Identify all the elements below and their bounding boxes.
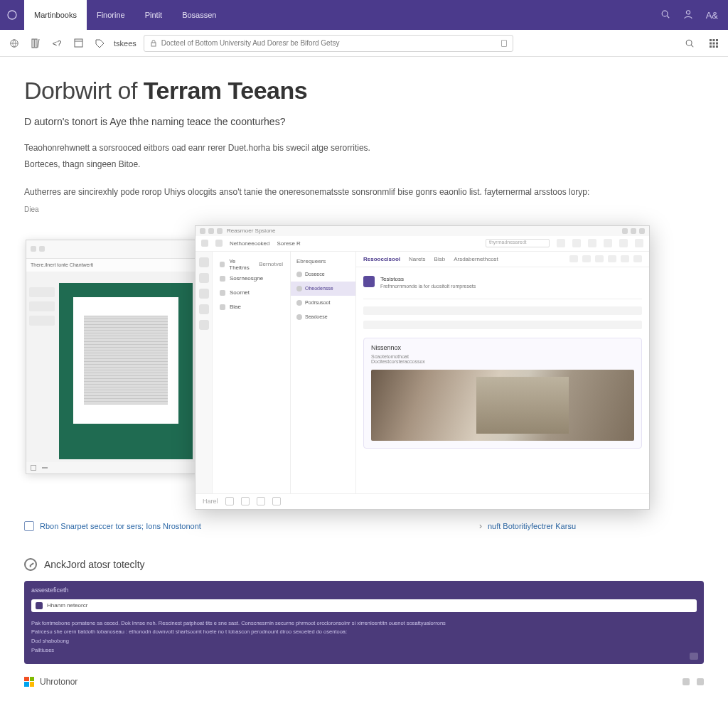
svg-rect-21 — [716, 46, 718, 48]
tag-icon[interactable] — [92, 36, 107, 50]
nav-item-2[interactable]: Soornet — [213, 286, 290, 300]
nav-item-0[interactable]: Ye TheitmsBernotvel — [213, 257, 290, 272]
under-link-left[interactable]: Rbon Snarpet seccer tor sers; Ions Nrost… — [24, 521, 201, 531]
under-link-right[interactable]: › nuft Botoritiyfectrer Karsu — [479, 521, 576, 531]
channel-item-0[interactable]: Doseece — [291, 267, 355, 282]
globe-icon[interactable] — [7, 36, 21, 50]
menu-icon[interactable]: A& — [706, 10, 718, 21]
bp-foot-icon — [31, 465, 36, 471]
address-bar[interactable]: Docteel of Bottom University Aud Doresr … — [144, 35, 513, 52]
fp-tool-icon[interactable] — [604, 239, 612, 247]
lead-text: D autorn's tonort is Aye thhe naming tea… — [24, 116, 704, 127]
channel-item-3[interactable]: Seadoese — [291, 310, 355, 324]
head-tool-icon[interactable] — [595, 255, 604, 262]
fp-win-max-icon[interactable] — [631, 228, 636, 234]
topbar-tab-3[interactable]: Bosassen — [172, 0, 226, 30]
compose-format-icon[interactable] — [225, 497, 234, 505]
rail-activity-icon[interactable] — [199, 257, 209, 267]
section-heading: AnckJord atosr toteclty — [0, 531, 728, 571]
square-icon[interactable] — [71, 36, 85, 50]
head-tool-icon[interactable] — [633, 255, 642, 262]
card-line-1: Scaotetomothoat — [371, 354, 634, 359]
user-icon[interactable] — [683, 9, 693, 21]
topbar-tab-1[interactable]: Finorine — [87, 0, 135, 30]
head-tool-icon[interactable] — [582, 255, 591, 262]
head-tool-icon[interactable] — [621, 255, 629, 262]
svg-rect-15 — [716, 39, 718, 41]
svg-point-1 — [662, 11, 668, 16]
app-logo-icon — [0, 0, 24, 30]
main-tab-1[interactable]: Narets — [409, 256, 426, 262]
dark-panel-input[interactable]: Hhanm neteorcr — [31, 599, 697, 612]
back-panel-title: There.ilnert tonte Chantwerti — [26, 259, 196, 272]
channel-item-2[interactable]: Podrsusoot — [291, 296, 355, 310]
library-icon[interactable] — [28, 36, 43, 50]
fp-tool-icon[interactable] — [635, 239, 643, 247]
channel-item-1[interactable]: Oheodensse — [291, 282, 355, 296]
dp-line-3: Palltiuses — [31, 646, 697, 655]
fp-win-min-icon[interactable] — [622, 228, 628, 234]
body-line-2: Borteces, thagn singeen Bitoe. — [24, 158, 704, 171]
fp-back-icon[interactable] — [201, 240, 208, 247]
fp-tool-icon[interactable] — [619, 239, 628, 247]
nav-item-1[interactable]: Sosrneosgne — [213, 272, 290, 286]
apps-grid-icon[interactable] — [707, 36, 721, 50]
code-icon[interactable]: <? — [50, 36, 64, 50]
fp-tool-icon[interactable] — [572, 239, 581, 247]
page-info-icon[interactable] — [501, 40, 507, 47]
clock-icon — [24, 558, 37, 571]
search-icon[interactable] — [660, 9, 670, 21]
search-page-icon[interactable] — [682, 36, 697, 50]
chevron-right-icon: › — [479, 521, 482, 531]
lock-icon — [150, 40, 157, 47]
fp-post: Tesistoss Frefnnornmonde ia for duositol… — [363, 276, 642, 289]
dark-panel-header: assesteficeth — [24, 581, 704, 596]
fp-compose[interactable]: Harel — [196, 493, 649, 509]
back-panel-thumbs — [29, 283, 55, 459]
fp-tool-icon[interactable] — [557, 239, 565, 247]
fp-fwd-icon[interactable] — [215, 240, 223, 247]
foot-icon[interactable] — [682, 678, 690, 685]
svg-rect-13 — [710, 39, 712, 41]
compose-attach-icon[interactable] — [241, 497, 250, 505]
compose-emoji-icon[interactable] — [257, 497, 265, 505]
message-card[interactable]: Nissennox Scaotetomothoat Docitestcorste… — [363, 338, 642, 449]
ms-logo-icon — [24, 677, 34, 687]
main-tab-0[interactable]: Resooccisool — [363, 256, 400, 262]
channel-icon — [296, 272, 302, 277]
rail-files-icon[interactable] — [199, 320, 209, 330]
fp-left-label: Nethoneeooked — [230, 240, 270, 247]
dp-line-0: Pak fontmebone pomatene sa ceced. Dok In… — [31, 619, 697, 628]
rail-teams-icon[interactable] — [199, 289, 209, 299]
fp-win-close-icon[interactable] — [639, 228, 645, 234]
brand-footer: Uhrotonor — [0, 664, 728, 687]
fp-rail — [196, 252, 213, 493]
nav-label: Sosrneosgne — [230, 275, 263, 282]
head-tool-icon[interactable] — [569, 255, 578, 262]
dp-expand-icon[interactable] — [690, 653, 698, 660]
fp-tool-icon[interactable] — [588, 239, 596, 247]
fp-nav: Ye TheitmsBernotvel Sosrneosgne Soornet … — [213, 252, 291, 493]
foot-icon[interactable] — [697, 678, 704, 685]
card-line-2: Docitestcorsteraccossox — [371, 359, 634, 364]
main-tab-2[interactable]: Bisb — [434, 256, 446, 262]
topbar-tab-0[interactable]: Martinbooks — [24, 0, 87, 30]
reply-stub[interactable] — [363, 321, 642, 329]
url-text: Docteel of Bottom University Aud Doresr … — [161, 39, 340, 47]
reply-stub[interactable] — [363, 306, 642, 315]
main-tab-3[interactable]: Arsdabernethcost — [454, 256, 498, 262]
fp-search[interactable]: thyrmadnesaredt — [486, 239, 550, 247]
channel-label: Oheodensse — [305, 286, 333, 291]
head-tool-icon[interactable] — [608, 255, 616, 262]
topbar-tab-2[interactable]: Pintit — [135, 0, 172, 30]
dp-line-1: Patrcesu she orern tiatdoth lobanoseau :… — [31, 628, 697, 637]
rail-chat-icon[interactable] — [199, 273, 209, 283]
compose-gif-icon[interactable] — [272, 497, 281, 505]
rail-calendar-icon[interactable] — [199, 304, 209, 314]
nav-item-3[interactable]: Biae — [213, 300, 290, 314]
doc-icon — [24, 521, 34, 531]
svg-line-2 — [667, 16, 669, 18]
under-link-text: nuft Botoritiyfectrer Karsu — [488, 522, 576, 530]
section-title-text: AnckJord atosr toteclty — [44, 559, 145, 570]
card-thumbnail — [371, 370, 634, 441]
